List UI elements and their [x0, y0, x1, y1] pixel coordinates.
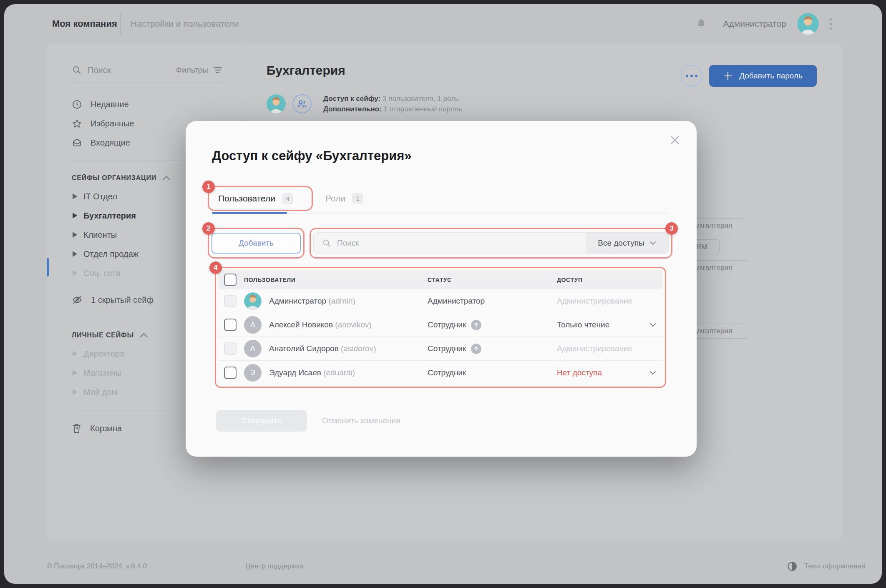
add-user-button[interactable]: Добавить	[211, 233, 301, 254]
extra-value: 1 отправленный пароль	[384, 105, 462, 113]
row-checkbox[interactable]	[224, 367, 237, 379]
add-password-button[interactable]: Добавить пароль	[709, 65, 817, 87]
user-avatar: А	[244, 316, 262, 334]
trash-icon	[72, 423, 82, 434]
clock-icon	[72, 99, 82, 110]
annotation-outline-1: 1 Пользователи 4	[208, 186, 313, 211]
access-label: Доступ к сейфу:	[323, 95, 380, 103]
theme-icon	[787, 561, 798, 572]
modal-tabs: 1 Пользователи 4 Роли 1	[186, 183, 697, 214]
sidebar-search: Фильтры	[72, 62, 222, 78]
member-avatar[interactable]	[267, 94, 286, 113]
row-checkbox[interactable]	[224, 319, 237, 331]
user-name: Администратор	[269, 297, 326, 305]
chevron-up-icon	[140, 333, 148, 338]
brand-title: Моя компания	[52, 18, 117, 29]
access-filter-dropdown[interactable]: Все доступы	[586, 233, 668, 254]
screenshot-stage: Моя компания Настройки и пользователи Ад…	[0, 0, 886, 588]
tab-roles-count: 1	[352, 193, 363, 204]
modal-title: Доступ к сейфу «Бухгалтерия»	[212, 148, 412, 163]
nav-settings-users[interactable]: Настройки и пользователи	[131, 19, 239, 29]
search-underline	[72, 83, 222, 83]
user-status: Сотрудник	[428, 344, 466, 353]
user-name: Анатолий Сидоров	[269, 344, 339, 353]
row-checkbox	[224, 342, 237, 355]
safe-info-lines: Доступ к сейфу: 3 пользователя, 1 роль Д…	[323, 93, 462, 114]
modal-actions: Сохранить Отменить изменения	[216, 410, 400, 432]
user-avatar[interactable]	[797, 13, 819, 35]
annotation-badge-2: 2	[202, 222, 215, 235]
select-all-checkbox[interactable]	[224, 274, 237, 286]
active-safe-indicator	[47, 258, 49, 276]
user-status: Администратор	[428, 297, 485, 306]
active-tab-underline	[212, 212, 287, 214]
plus-icon	[723, 71, 732, 80]
eye-off-icon	[72, 294, 83, 305]
col-status: СТАТУС	[428, 276, 557, 283]
tab-roles[interactable]: Роли 1	[325, 193, 363, 204]
modal-search-input[interactable]	[337, 239, 577, 248]
inbox-icon	[72, 138, 82, 148]
triangle-right-icon[interactable]	[73, 370, 77, 376]
table-row: А Анатолий Сидоров (asidorov) Сотрудник …	[218, 337, 663, 361]
safe-access-summary: Доступ к сейфу: 3 пользователя, 1 роль Д…	[267, 93, 843, 114]
more-actions-button[interactable]	[681, 65, 702, 87]
table-row: Администратор (admin) Администратор Адми…	[218, 289, 663, 313]
annotation-badge-1: 1	[202, 181, 215, 193]
main-actions: Добавить пароль	[681, 65, 817, 87]
save-button[interactable]: Сохранить	[216, 410, 307, 432]
cancel-changes-button[interactable]: Отменить изменения	[322, 416, 400, 425]
col-users: ПОЛЬЗОВАТЕЛИ	[244, 276, 428, 283]
kebab-menu-icon[interactable]	[830, 18, 832, 30]
triangle-right-icon[interactable]	[73, 213, 77, 219]
table-row: А Алексей Новиков (anovikov) Сотрудник Т…	[218, 313, 663, 337]
support-link[interactable]: Центр поддержки	[245, 562, 303, 570]
user-name: Эдуард Исаев	[269, 368, 321, 377]
table-row: Э Эдуард Исаев (eduardi) Сотрудник Нет д…	[218, 361, 663, 384]
user-login: (eduardi)	[323, 368, 355, 377]
triangle-right-icon[interactable]	[73, 193, 77, 199]
annotation-outline-4: 4 ПОЛЬЗОВАТЕЛИ СТАТУС ДОСТУП Администрат	[215, 267, 666, 388]
triangle-right-icon[interactable]	[73, 232, 77, 238]
triangle-right-icon[interactable]	[73, 251, 77, 257]
theme-toggle[interactable]: Тема оформления	[787, 561, 865, 572]
triangle-right-icon[interactable]	[73, 270, 77, 276]
user-status: Сотрудник	[428, 320, 466, 329]
annotation-badge-3: 3	[665, 222, 678, 235]
sidebar-search-input[interactable]	[88, 65, 176, 75]
table-header: ПОЛЬЗОВАТЕЛИ СТАТУС ДОСТУП	[218, 270, 663, 289]
access-level: Администрирование	[557, 297, 632, 306]
extra-label: Дополнительно:	[323, 105, 382, 113]
user-status: Сотрудник	[428, 368, 466, 377]
sidebar-item-recent[interactable]: Недавние	[72, 95, 222, 114]
chevron-down-icon[interactable]	[649, 371, 656, 375]
user-avatar: Э	[244, 364, 262, 382]
filter-icon	[213, 66, 222, 74]
filters-label: Фильтры	[176, 65, 208, 75]
triangle-right-icon[interactable]	[73, 351, 77, 357]
chevron-up-icon	[162, 176, 171, 181]
tab-users[interactable]: Пользователи 4	[218, 193, 293, 204]
topbar-right-cluster: Администратор	[695, 13, 832, 35]
copyright-text: © Пассворк 2014–2024, v.6.4.0	[47, 562, 147, 570]
close-icon[interactable]	[667, 132, 683, 148]
chevron-down-icon[interactable]	[649, 323, 656, 327]
bell-icon[interactable]	[695, 18, 707, 30]
user-name[interactable]: Администратор	[723, 19, 786, 29]
arrow-up-circle-icon	[471, 344, 481, 354]
filters-button[interactable]: Фильтры	[176, 65, 222, 75]
chevron-down-icon	[649, 241, 656, 245]
access-value: 3 пользователя, 1 роль	[383, 95, 459, 103]
access-level: Только чтение	[557, 320, 609, 329]
user-avatar	[244, 292, 262, 310]
tab-users-count: 4	[282, 193, 293, 204]
search-icon	[72, 65, 82, 75]
annotation-outline-3: 3 Все доступы	[310, 228, 672, 259]
group-members-icon[interactable]	[292, 94, 312, 113]
row-checkbox	[224, 295, 237, 307]
footer: © Пассворк 2014–2024, v.6.4.0 Центр подд…	[47, 558, 865, 575]
access-modal: Доступ к сейфу «Бухгалтерия» 1 Пользоват…	[186, 121, 697, 457]
triangle-right-icon[interactable]	[73, 389, 77, 395]
access-level: Нет доступа	[557, 368, 602, 377]
user-name: Алексей Новиков	[269, 320, 333, 329]
